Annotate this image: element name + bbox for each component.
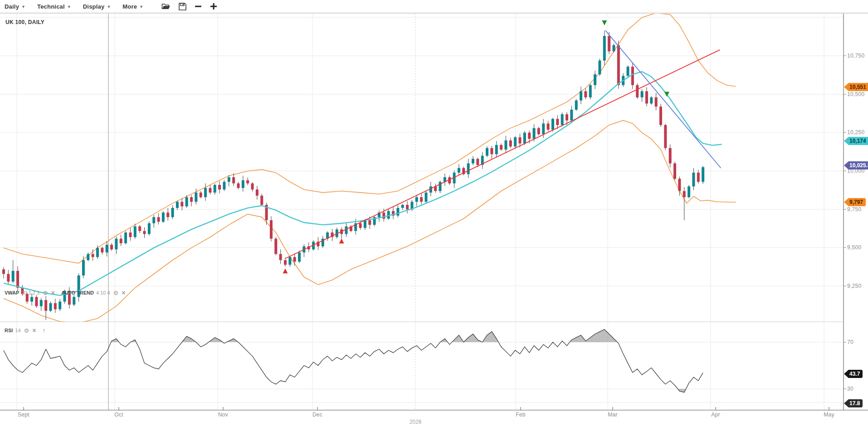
rsi-remove-icon[interactable]: × (32, 327, 36, 334)
candle-up (12, 271, 15, 282)
buy-marker-icon[interactable] (283, 268, 288, 273)
candle-down (584, 91, 587, 97)
vwap-legend-name: VWAP (5, 290, 19, 295)
candle-up (401, 205, 404, 208)
time-axis-year-label: 2026 (410, 419, 422, 425)
vwap-remove-icon[interactable]: × (51, 289, 55, 296)
time-axis-month-label: Nov (218, 411, 228, 418)
candle-down (655, 97, 658, 106)
candle-up (514, 137, 517, 146)
candle-down (101, 248, 103, 252)
candle-down (664, 125, 667, 148)
candle-down (260, 196, 263, 205)
candle-up (439, 182, 442, 191)
candle-up (570, 110, 573, 121)
symbol-title: UK 100, DAILY (5, 19, 44, 25)
price-axis-label: 9,250 (847, 283, 862, 289)
candle-up (415, 197, 418, 202)
candle-up (504, 140, 507, 150)
price-chart-canvas[interactable] (0, 0, 868, 426)
candle-down (547, 123, 550, 130)
candle-down (476, 159, 479, 165)
candle-up (364, 220, 366, 228)
candle-up (396, 208, 399, 216)
candle-up (115, 239, 117, 250)
candle-down (368, 220, 371, 225)
sell-marker-icon[interactable] (602, 20, 607, 25)
candle-down (120, 239, 122, 243)
autotrend-remove-icon[interactable]: × (122, 289, 125, 296)
candle-down (528, 133, 531, 139)
candle-down (509, 140, 512, 147)
candle-down (359, 223, 362, 228)
autotrend-settings-gear-icon[interactable]: ⚙ (113, 290, 119, 296)
candle-up (176, 202, 179, 208)
candle-down (270, 220, 273, 239)
candle-up (692, 173, 695, 186)
candle-down (232, 177, 235, 184)
candle-down (166, 213, 169, 217)
candle-up (486, 148, 488, 156)
vwap-badge: 10,174 (844, 137, 868, 145)
candle-up (134, 226, 137, 237)
candle-down (519, 137, 522, 144)
auto-trend-down[interactable] (605, 30, 721, 168)
candle-up (603, 36, 606, 60)
candle-up (82, 260, 85, 276)
vwap-line (4, 72, 722, 295)
candle-down (2, 269, 5, 274)
rsi-legend: RSI 14 ⚙ × ↑ (5, 327, 45, 334)
candle-down (678, 179, 681, 191)
candle-up (345, 226, 348, 234)
candle-up (162, 213, 165, 222)
candle-up (495, 145, 498, 154)
candle-down (237, 184, 240, 188)
candle-up (106, 245, 108, 252)
candle-down (608, 36, 610, 51)
auto-trend-up[interactable] (286, 50, 720, 258)
candle-up (627, 67, 629, 76)
candle-down (293, 257, 296, 261)
candle-down (683, 191, 686, 198)
candle-down (143, 231, 146, 234)
price-axis-label: 10,500 (847, 91, 865, 97)
time-axis-month-label: Sept (18, 411, 29, 418)
autotrend-legend-name: AUTO TREND (61, 290, 94, 295)
vwap-legend-params: 20 1 2 3 (21, 290, 39, 295)
candle-down (697, 173, 700, 182)
candle-down (279, 254, 282, 260)
candle-up (171, 208, 174, 217)
candle-up (214, 185, 216, 193)
candle-up (185, 197, 188, 206)
rsi-settings-gear-icon[interactable]: ⚙ (24, 327, 29, 334)
candle-down (274, 239, 277, 254)
rsi-move-up-icon[interactable]: ↑ (42, 327, 45, 334)
candle-down (16, 271, 19, 288)
candle-up (298, 252, 301, 261)
candle-up (688, 186, 690, 197)
candle-down (7, 274, 10, 281)
rsi-legend-params: 14 (15, 328, 20, 333)
price-axis-label: 9,500 (847, 244, 862, 251)
candle-up (702, 167, 704, 182)
candle-up (242, 180, 244, 188)
vwap-settings-gear-icon[interactable]: ⚙ (43, 290, 48, 296)
candle-down (190, 197, 193, 202)
candle-down (617, 45, 620, 85)
candle-down (138, 226, 141, 231)
candle-down (636, 85, 639, 97)
candle-down (284, 260, 287, 265)
candle-up (49, 303, 52, 311)
candle-up (467, 164, 470, 174)
candle-down (382, 213, 385, 219)
autotrend-legend-params: 4 10 4 (96, 290, 110, 295)
candle-down (631, 67, 634, 85)
candle-up (152, 217, 155, 223)
price-panel[interactable] (2, 13, 736, 323)
rsi-legend-name: RSI (5, 328, 13, 333)
candle-down (669, 148, 672, 164)
candle-up (87, 254, 89, 260)
candle-up (575, 101, 578, 110)
candle-down (673, 164, 676, 179)
buy-marker-icon[interactable] (339, 238, 344, 243)
